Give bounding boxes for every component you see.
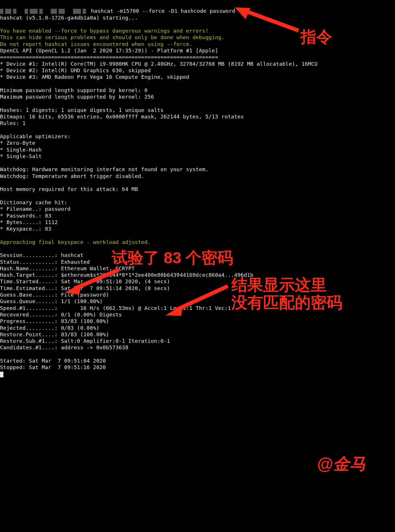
device-1: * Device #1: Intel(R) Core(TM) i9-9980HK… [0,61,317,67]
status-restore-point: Restore.Point....: 83/83 (100.00%) [0,331,109,337]
hashes-line: Hashes: 1 digests; 1 unique digests, 1 u… [0,107,164,113]
optimizer-3: * Single-Salt [0,153,42,159]
status-speed: Speed.#1.........: 16 H/s (662.53ms) @ A… [0,305,231,311]
rules-line: Rules: 1 [0,120,26,126]
cursor [0,372,3,377]
separator: ========================================… [0,54,218,60]
status-estimated: Time.Estimated...: Sat Mar 7 09:51:14 20… [0,285,170,291]
optimizer-1: * Zero-Byte [0,140,35,146]
stopped-time: Stopped: Sat Mar 7 09:51:16 2020 [0,364,106,370]
warning-line-3: Do not report hashcat issues encountered… [0,41,192,47]
dict-passwords: * Passwords.: 83 [0,213,51,219]
status-candidates: Candidates.#1....: address -> 0x0b573638 [0,344,128,350]
watchdog-2: Watchdog: Temperature abort trigger disa… [0,173,144,179]
command-line: hashcat -m15700 --force -D1 hashcode pas… [88,8,235,14]
starting-line: hashcat (v5.1.0-1726-ga4db1a0a) starting… [0,15,138,21]
bitmaps-line: Bitmaps: 16 bits, 65536 entries, 0x0000f… [0,114,244,120]
warning-line-2: This can hide serious problems and shoul… [0,34,225,40]
opencl-header: OpenCL API (OpenCL 1.2 (Jan 2 2020 17:35… [0,48,218,54]
max-password: Maximum password length supported by ker… [0,94,154,100]
status-guess-base: Guess.Base.......: File (password) [0,292,109,298]
device-2: * Device #2: Intel(R) UHD Graphics 630, … [0,67,151,73]
started-time: Started: Sat Mar 7 09:51:04 2020 [0,358,106,364]
host-memory: Host memory required for this attack: 64… [0,186,138,192]
min-password: Minimum password length supported by ker… [0,87,148,93]
status-started: Time.Started.....: Sat Mar 7 09:51:10 20… [0,278,170,284]
status-rejected: Rejected.........: 0/83 (0.00%) [0,325,99,331]
approaching-line: Approaching final keyspace - workload ad… [0,239,151,245]
status-progress: Progress.........: 83/83 (100.00%) [0,318,109,324]
status-hashname: Hash.Name........: Ethereum Wallet, SCRY… [0,265,135,271]
dict-bytes: * Bytes.....: 1112 [0,219,58,225]
optimizer-2: * Single-Hash [0,147,42,153]
status-session: Session..........: hashcat [0,252,83,258]
terminal-output: hashcat -m15700 --force -D1 hashcode pas… [0,0,395,383]
dict-keyspace: * Keyspace..: 83 [0,226,51,232]
status-status: Status...........: Exhausted [0,259,90,265]
warning-line-1: You have enabled --force to bypass dange… [0,28,209,34]
device-3: * Device #3: AMD Radeon Pro Vega 16 Comp… [0,74,189,80]
watchdog-1: Watchdog: Hardware monitoring interface … [0,166,209,172]
dict-cache-header: Dictionary cache hit: [0,199,67,205]
status-target: Hash.Target......: $ethereum$s*262144*8*… [0,272,254,278]
optimizers-header: Applicable optimizers: [0,133,70,139]
status-guess-queue: Guess.Queue......: 1/1 (100.00%) [0,298,103,304]
prompt-redacted [0,8,88,14]
status-recovered: Recovered........: 0/1 (0.00%) Digests [0,312,122,318]
dict-filename: * Filename..: password [0,206,70,212]
status-restore-sub: Restore.Sub.#1...: Salt:0 Amplifier:0-1 … [0,338,170,344]
